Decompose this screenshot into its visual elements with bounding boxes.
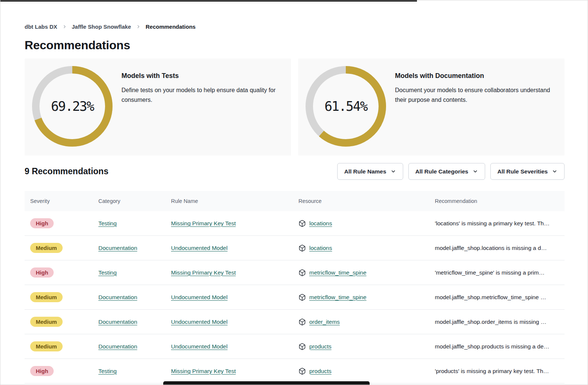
chevron-down-icon <box>391 169 396 174</box>
chevron-down-icon <box>472 169 478 174</box>
filter-bar: All Rule Names All Rule Categories All R… <box>337 163 565 180</box>
rule-name-link[interactable]: Missing Primary Key Test <box>171 220 236 226</box>
resource-link[interactable]: products <box>309 368 331 375</box>
card-description: Define tests on your models to help ensu… <box>121 85 284 105</box>
recommendation-text: 'locations' is missing a primary key tes… <box>429 220 565 227</box>
column-header-category: Category <box>93 198 165 204</box>
severity-badge: High <box>30 366 54 376</box>
recommendation-text: model.jaffle_shop.metricflow_time_spine … <box>429 294 565 301</box>
column-header-rule-name: Rule Name <box>165 198 293 204</box>
filter-label: All Rule Names <box>344 168 386 175</box>
severity-badge: High <box>30 267 54 278</box>
table-row: MediumDocumentationUndocumented Modelord… <box>25 310 565 334</box>
recommendation-text: model.jaffle_shop.order_items is missing… <box>429 319 565 325</box>
models-with-documentation-donut-chart: 61.54% <box>306 66 386 147</box>
models-with-tests-card: 69.23% Models with Tests Define tests on… <box>25 59 291 156</box>
column-header-recommendation: Recommendation <box>429 198 565 204</box>
resource-link[interactable]: products <box>309 343 331 350</box>
rule-name-link[interactable]: Missing Primary Key Test <box>171 269 236 276</box>
category-link[interactable]: Documentation <box>98 319 137 325</box>
recommendation-text: 'metricflow_time_spine' is missing a pri… <box>429 269 565 276</box>
severity-badge: Medium <box>30 292 63 302</box>
category-link[interactable]: Testing <box>98 368 117 374</box>
package-icon <box>298 269 306 276</box>
card-title: Models with Documentation <box>395 72 557 80</box>
recommendation-text: 'products' is missing a primary key test… <box>429 368 565 375</box>
table-row: HighTestingMissing Primary Key Testprodu… <box>25 359 565 384</box>
resource-link[interactable]: metricflow_time_spine <box>309 294 366 301</box>
package-icon <box>298 294 306 301</box>
filter-label: All Rule Categories <box>415 168 468 175</box>
chevron-down-icon <box>552 169 557 174</box>
recommendation-text: model.jaffle_shop.locations is missing a… <box>429 245 565 251</box>
category-link[interactable]: Testing <box>98 269 117 276</box>
table-body: HighTestingMissing Primary Key Testlocat… <box>25 211 565 384</box>
breadcrumb-item-project[interactable]: Jaffle Shop Snowflake <box>72 24 131 30</box>
severity-badge: Medium <box>30 243 63 253</box>
recommendations-count: 9 Recommendations <box>25 166 108 176</box>
column-header-resource: Resource <box>293 198 429 204</box>
rule-name-link[interactable]: Undocumented Model <box>171 294 228 300</box>
breadcrumb: dbt Labs DX Jaffle Shop Snowflake Recomm… <box>25 22 565 31</box>
models-with-tests-donut-chart: 69.23% <box>32 66 113 147</box>
breadcrumb-item-current: Recommendations <box>146 24 196 30</box>
chevron-right-icon <box>136 24 141 29</box>
breadcrumb-item-workspace[interactable]: dbt Labs DX <box>25 24 57 30</box>
recommendation-text: model.jaffle_shop.products is missing a … <box>429 343 565 350</box>
rule-severities-filter-dropdown[interactable]: All Rule Severities <box>490 163 565 180</box>
column-header-severity: Severity <box>25 198 93 204</box>
category-link[interactable]: Documentation <box>98 245 137 251</box>
package-icon <box>298 318 306 326</box>
cutoff-overlay-bar <box>163 381 370 385</box>
category-link[interactable]: Testing <box>98 220 117 226</box>
severity-badge: Medium <box>30 317 63 327</box>
resource-link[interactable]: locations <box>309 245 332 251</box>
package-icon <box>298 343 306 350</box>
card-description: Document your models to ensure collabora… <box>395 85 557 105</box>
resource-link[interactable]: metricflow_time_spine <box>309 269 366 276</box>
resource-link[interactable]: order_items <box>309 319 340 325</box>
category-link[interactable]: Documentation <box>98 343 137 350</box>
rule-categories-filter-dropdown[interactable]: All Rule Categories <box>408 163 485 180</box>
rule-name-link[interactable]: Undocumented Model <box>171 245 228 251</box>
window-edge-artifact <box>0 0 417 1</box>
rule-name-link[interactable]: Missing Primary Key Test <box>171 368 236 374</box>
rule-name-link[interactable]: Undocumented Model <box>171 319 228 325</box>
recommendations-table: Severity Category Rule Name Resource Rec… <box>25 191 565 384</box>
package-icon <box>298 244 306 252</box>
page-title: Recommendations <box>25 38 565 53</box>
card-title: Models with Tests <box>121 72 284 80</box>
rule-names-filter-dropdown[interactable]: All Rule Names <box>337 163 403 180</box>
category-link[interactable]: Documentation <box>98 294 137 300</box>
table-header-row: Severity Category Rule Name Resource Rec… <box>25 191 565 211</box>
package-icon <box>298 220 306 227</box>
models-with-documentation-card: 61.54% Models with Documentation Documen… <box>298 59 565 156</box>
table-row: MediumDocumentationUndocumented Modelpro… <box>25 334 565 359</box>
resource-link[interactable]: locations <box>309 220 332 227</box>
summary-cards: 69.23% Models with Tests Define tests on… <box>25 59 565 156</box>
package-icon <box>298 367 306 375</box>
severity-badge: High <box>30 218 54 228</box>
documentation-percentage-value: 61.54% <box>306 66 386 147</box>
tests-percentage-value: 69.23% <box>32 66 113 147</box>
table-row: HighTestingMissing Primary Key Testmetri… <box>25 260 565 285</box>
table-row: HighTestingMissing Primary Key Testlocat… <box>25 211 565 236</box>
rule-name-link[interactable]: Undocumented Model <box>171 343 228 350</box>
chevron-right-icon <box>62 24 67 29</box>
list-header: 9 Recommendations All Rule Names All Rul… <box>25 163 565 180</box>
filter-label: All Rule Severities <box>497 168 548 175</box>
table-row: MediumDocumentationUndocumented Modelmet… <box>25 285 565 310</box>
table-row: MediumDocumentationUndocumented Modelloc… <box>25 236 565 260</box>
severity-badge: Medium <box>30 341 63 351</box>
recommendations-page: dbt Labs DX Jaffle Shop Snowflake Recomm… <box>0 0 588 384</box>
